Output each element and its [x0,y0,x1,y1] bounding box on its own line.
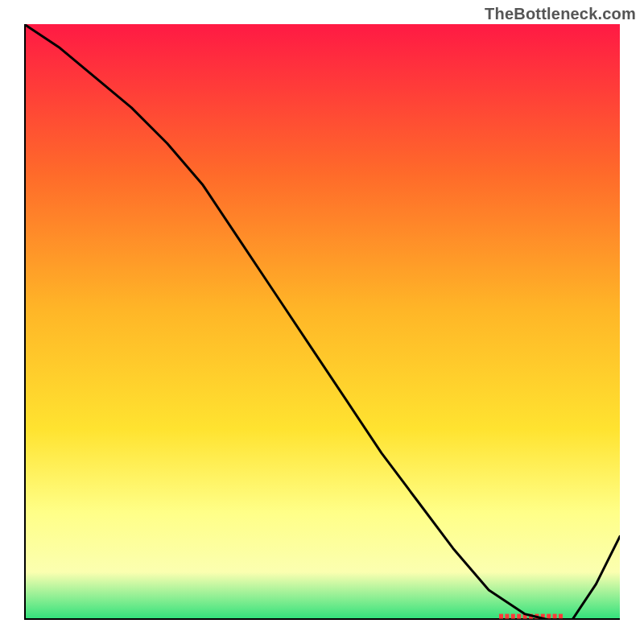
svg-rect-3 [505,614,509,619]
svg-rect-4 [511,614,515,619]
svg-rect-10 [547,614,551,619]
svg-rect-2 [499,614,503,619]
chart-container: TheBottleneck.com [0,0,644,644]
svg-rect-12 [559,614,563,619]
watermark-text: TheBottleneck.com [485,5,636,23]
plot-frame [24,24,620,620]
gradient-background [24,24,620,620]
svg-rect-11 [553,614,557,619]
svg-rect-5 [517,614,521,619]
chart-svg [24,24,620,620]
